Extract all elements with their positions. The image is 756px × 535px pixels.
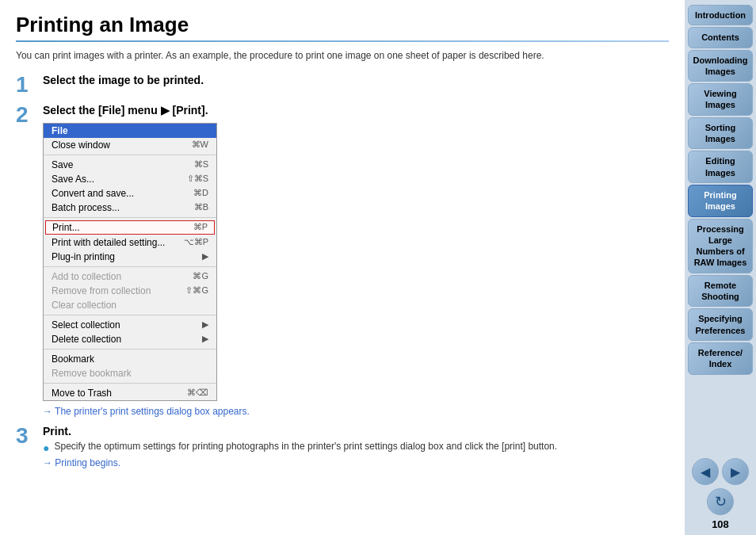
step-3-number: 3 bbox=[16, 425, 35, 447]
step-3-bullet-text: Specify the optimum settings for printin… bbox=[54, 441, 557, 452]
menu-save[interactable]: Save ⌘S bbox=[44, 158, 216, 172]
sidebar-item-printing-images[interactable]: Printing Images bbox=[688, 185, 753, 217]
sidebar-item-editing-images[interactable]: Editing Images bbox=[688, 151, 753, 183]
step-3-bullet: ● Specify the optimum settings for print… bbox=[43, 441, 669, 454]
menu-sep-5 bbox=[44, 349, 216, 350]
menu-plugin-printing[interactable]: Plug-in printing ▶ bbox=[44, 250, 216, 264]
menu-move-trash[interactable]: Move to Trash ⌘⌫ bbox=[44, 386, 216, 400]
menu-add-collection[interactable]: Add to collection ⌘G bbox=[44, 269, 216, 284]
step-1-title: Select the image to be printed. bbox=[43, 74, 669, 86]
step-1: 1 Select the image to be printed. bbox=[16, 74, 669, 96]
menu-print[interactable]: Print... ⌘P bbox=[45, 220, 215, 235]
sidebar-item-reference-index[interactable]: Reference/ Index bbox=[688, 342, 753, 375]
menu-clear-collection[interactable]: Clear collection bbox=[44, 298, 216, 312]
menu-batch-process[interactable]: Batch process... ⌘B bbox=[44, 201, 216, 215]
sidebar-item-specifying-preferences[interactable]: Specifying Preferences bbox=[688, 308, 753, 341]
step-2: 2 Select the [File] menu ▶ [Print]. File… bbox=[16, 104, 669, 417]
menu-remove-bookmark[interactable]: Remove bookmark bbox=[44, 366, 216, 380]
main-content: Printing an Image You can print images w… bbox=[0, 0, 685, 535]
page-number: 108 bbox=[712, 518, 729, 530]
home-button[interactable]: ↻ bbox=[707, 488, 734, 515]
step-3-content: Print. ● Specify the optimum settings fo… bbox=[43, 425, 669, 468]
step-1-content: Select the image to be printed. bbox=[43, 74, 669, 90]
sidebar-item-processing-raw[interactable]: Processing Large Numbers of RAW Images bbox=[688, 219, 753, 273]
sidebar-item-introduction[interactable]: Introduction bbox=[688, 5, 753, 25]
printing-begins-text: → Printing begins. bbox=[43, 457, 669, 468]
page-title: Printing an Image bbox=[16, 13, 669, 37]
menu-sep-3 bbox=[44, 266, 216, 267]
menu-remove-collection[interactable]: Remove from collection ⇧⌘G bbox=[44, 284, 216, 298]
step-3-title: Print. bbox=[43, 425, 669, 438]
step-1-number: 1 bbox=[16, 74, 35, 96]
sidebar-item-sorting-images[interactable]: Sorting Images bbox=[688, 117, 753, 150]
sidebar-item-viewing-images[interactable]: Viewing Images bbox=[688, 83, 753, 116]
sidebar-item-remote-shooting[interactable]: Remote Shooting bbox=[688, 275, 753, 308]
sidebar-item-contents[interactable]: Contents bbox=[688, 27, 753, 48]
bullet-icon: ● bbox=[43, 441, 49, 454]
printer-appears-text: → The printer's print settings dialog bo… bbox=[43, 406, 669, 417]
menu-close-window[interactable]: Close window ⌘W bbox=[44, 138, 216, 152]
menu-delete-collection[interactable]: Delete collection ▶ bbox=[44, 332, 216, 346]
menu-save-as[interactable]: Save As... ⇧⌘S bbox=[44, 172, 216, 186]
menu-select-collection[interactable]: Select collection ▶ bbox=[44, 318, 216, 332]
next-button[interactable]: ▶ bbox=[722, 458, 749, 485]
sidebar: Introduction Contents Downloading Images… bbox=[685, 0, 756, 535]
bottom-nav: ◀ ▶ ↻ 108 bbox=[688, 458, 753, 530]
step-2-content: Select the [File] menu ▶ [Print]. File C… bbox=[43, 104, 669, 417]
menu-sep-2 bbox=[44, 217, 216, 218]
prev-button[interactable]: ◀ bbox=[692, 458, 719, 485]
sidebar-item-downloading-images[interactable]: Downloading Images bbox=[688, 50, 753, 82]
menu-sep-6 bbox=[44, 383, 216, 384]
step-2-title: Select the [File] menu ▶ [Print]. bbox=[43, 104, 669, 117]
menu-convert-save[interactable]: Convert and save... ⌘D bbox=[44, 186, 216, 201]
intro-text: You can print images with a printer. As … bbox=[16, 48, 669, 63]
nav-arrows: ◀ ▶ bbox=[692, 458, 749, 485]
title-underline bbox=[16, 40, 669, 42]
menu-print-detailed[interactable]: Print with detailed setting... ⌥⌘P bbox=[44, 235, 216, 250]
step-2-number: 2 bbox=[16, 104, 35, 126]
menu-header: File bbox=[44, 124, 216, 138]
step-3: 3 Print. ● Specify the optimum settings … bbox=[16, 425, 669, 468]
menu-bookmark[interactable]: Bookmark bbox=[44, 352, 216, 366]
file-menu[interactable]: File Close window ⌘W Save ⌘S Save As... … bbox=[43, 123, 217, 401]
menu-sep-1 bbox=[44, 155, 216, 155]
menu-sep-4 bbox=[44, 315, 216, 315]
